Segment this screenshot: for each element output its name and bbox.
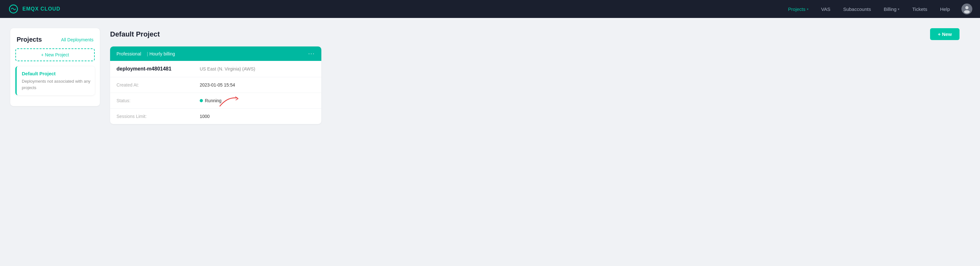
logo-text: EMQX CLOUD: [22, 6, 60, 12]
new-project-button[interactable]: + New Project: [15, 48, 95, 61]
tag-divider: |: [147, 51, 148, 56]
nav-help[interactable]: Help: [935, 5, 955, 14]
deployment-name: deployment-m4801481: [116, 66, 200, 72]
nav-links: Projects ▾ VAS Subaccounts Billing ▾ Tic…: [783, 3, 972, 14]
nav-tickets[interactable]: Tickets: [907, 5, 932, 14]
sidebar-title: Projects: [17, 36, 42, 43]
new-deployment-button[interactable]: + New: [930, 28, 959, 40]
card-body: deployment-m4801481 US East (N. Virginia…: [110, 61, 321, 124]
chevron-down-icon: ▾: [807, 7, 808, 11]
deployment-card: Professional | Hourly billing ··· deploy…: [110, 46, 321, 124]
svg-point-3: [964, 10, 970, 13]
sidebar-project-name: Default Project: [22, 71, 91, 76]
nav-vas[interactable]: VAS: [816, 5, 836, 14]
status-label: Status:: [116, 98, 200, 103]
user-avatar[interactable]: [961, 3, 972, 14]
logo[interactable]: EMQX CLOUD: [8, 3, 60, 15]
deployment-name-row: deployment-m4801481 US East (N. Virginia…: [110, 61, 321, 77]
card-menu-icon[interactable]: ···: [308, 50, 315, 57]
card-tags: Professional | Hourly billing: [116, 51, 180, 56]
main-container: Projects All Deployments + New Project D…: [0, 18, 980, 266]
all-deployments-link[interactable]: All Deployments: [61, 37, 94, 42]
chevron-down-icon: ▾: [898, 7, 899, 11]
svg-point-2: [965, 6, 969, 9]
nav-billing[interactable]: Billing ▾: [878, 5, 904, 14]
card-header: Professional | Hourly billing ···: [110, 46, 321, 61]
topnav: EMQX CLOUD Projects ▾ VAS Subaccounts Bi…: [0, 0, 980, 18]
plan-tag: Professional: [116, 51, 146, 56]
sidebar: Projects All Deployments + New Project D…: [10, 28, 100, 106]
created-at-label: Created At:: [116, 82, 200, 88]
sessions-value: 1000: [200, 114, 210, 119]
sidebar-project-desc: Deployments not associated with any proj…: [22, 78, 91, 91]
deployment-region: US East (N. Virginia) (AWS): [200, 66, 255, 72]
sessions-label: Sessions Limit:: [116, 114, 200, 119]
status-row: Status: Running: [110, 93, 321, 109]
nav-projects[interactable]: Projects ▾: [783, 5, 813, 14]
content-header: Default Project + New: [110, 28, 959, 40]
annotation-arrow: [218, 95, 241, 108]
created-at-row: Created At: 2023-01-05 15:54: [110, 77, 321, 93]
sidebar-project-item[interactable]: Default Project Deployments not associat…: [15, 66, 95, 95]
main-content: Default Project + New Professional | Hou…: [100, 28, 970, 256]
status-value: Running: [200, 98, 221, 103]
sidebar-header: Projects All Deployments: [15, 36, 95, 43]
created-at-value: 2023-01-05 15:54: [200, 82, 235, 88]
status-dot-icon: [200, 99, 203, 102]
billing-tag: Hourly billing: [150, 51, 180, 56]
project-title: Default Project: [110, 30, 160, 38]
nav-subaccounts[interactable]: Subaccounts: [838, 5, 876, 14]
logo-icon: [8, 3, 19, 15]
sessions-row: Sessions Limit: 1000: [110, 109, 321, 124]
